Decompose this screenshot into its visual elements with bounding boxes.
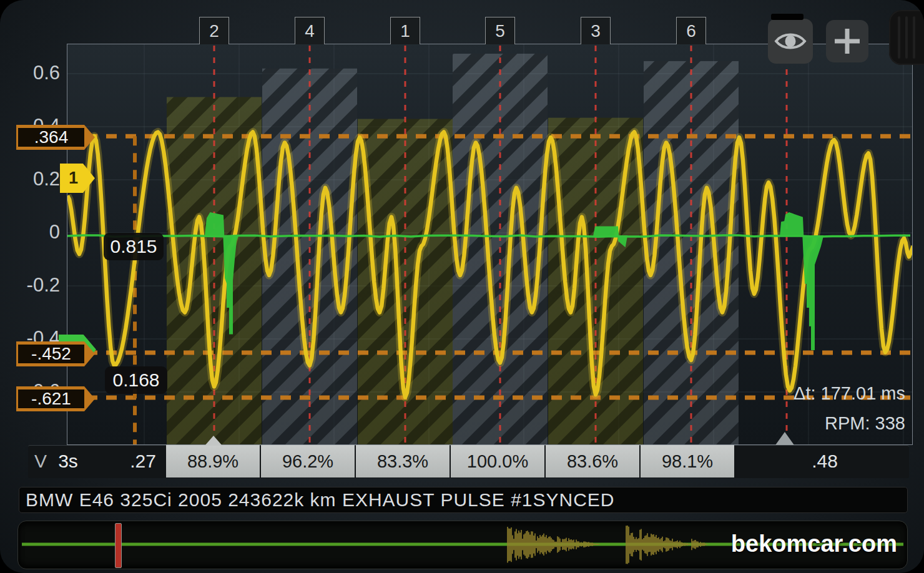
cursor-pointer-triangle — [205, 436, 222, 446]
cylinder-tab-6[interactable]: 6 — [676, 17, 706, 44]
cylinder-tab-2[interactable]: 2 — [199, 17, 229, 44]
add-button[interactable] — [826, 20, 868, 62]
bezel-grip — [889, 10, 924, 65]
delta-value-box-1: 0.815 — [104, 233, 164, 260]
delta-value-box-2: 0.168 — [105, 366, 167, 394]
cylinder-tab-3[interactable]: 3 — [581, 17, 611, 44]
time-label-left: .27 — [125, 446, 160, 476]
bezel-notch — [771, 14, 804, 20]
pulse-percent-cell-cyl6[interactable]: 98.1% — [641, 445, 734, 478]
recording-title-bar: BMW E46 325Ci 2005 243622k km EXHAUST PU… — [19, 487, 908, 513]
y-axis-label: 0.2 — [11, 168, 60, 190]
cylinder-tab-4[interactable]: 4 — [295, 17, 325, 44]
y-axis-label: 0.6 — [11, 62, 60, 84]
pulse-percent-value: 83.6% — [567, 451, 618, 472]
level-cursor-tag-middle[interactable]: -.452 — [16, 341, 84, 366]
eye-icon — [774, 31, 807, 52]
pulse-percent-cell-cyl3[interactable]: 83.6% — [546, 445, 639, 478]
cylinder-tab-5[interactable]: 5 — [485, 17, 515, 44]
sync-pointer-triangle — [775, 432, 794, 445]
pulse-percent-cell-cyl2[interactable]: 88.9% — [166, 445, 260, 478]
visibility-button[interactable] — [768, 19, 813, 64]
time-label-right: .48 — [807, 446, 843, 476]
pulse-percent-value: 98.1% — [662, 451, 713, 472]
unit-label: V — [31, 446, 50, 476]
app-screen: 0.6 0.4 0.2 0 -0.2 -0.4 -0.6 2 4 1 5 3 6… — [0, 0, 924, 573]
level-cursor-tag-upper[interactable]: .364 — [16, 125, 84, 150]
rpm-readout: RPM: 338 — [718, 413, 905, 436]
cylinder-tab-1[interactable]: 1 — [390, 17, 420, 44]
watermark: bekomcar.com — [731, 531, 897, 557]
delta-t-readout: Δt: 177.01 ms — [718, 383, 905, 406]
recording-title: BMW E46 325Ci 2005 243622k km EXHAUST PU… — [19, 489, 615, 511]
pulse-percent-cell-cyl5[interactable]: 100.0% — [451, 445, 544, 478]
pulse-percent-value: 83.3% — [377, 451, 428, 472]
overview-position-cursor[interactable] — [115, 523, 122, 568]
y-axis-label: -0.2 — [11, 274, 60, 296]
level-cursor-tag-lower[interactable]: -.621 — [16, 386, 84, 411]
pulse-percent-cell-cyl1[interactable]: 83.3% — [356, 445, 450, 478]
pulse-percent-value: 88.9% — [187, 451, 238, 472]
plus-icon — [833, 27, 861, 55]
pulse-percent-cell-cyl4[interactable]: 96.2% — [261, 445, 355, 478]
y-axis-label: 0 — [11, 221, 60, 243]
pulse-percent-value: 96.2% — [282, 451, 333, 472]
pulse-percent-value: 100.0% — [467, 451, 528, 472]
timebase-label: 3s — [54, 446, 82, 476]
overview-scrubber[interactable]: bekomcar.com — [17, 521, 908, 569]
